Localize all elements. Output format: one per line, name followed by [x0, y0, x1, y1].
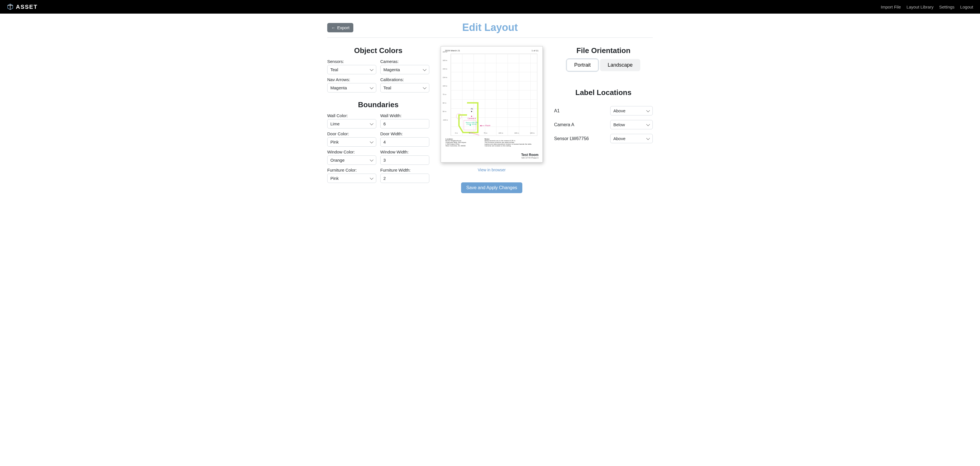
brand-text: ASSET	[16, 4, 38, 10]
calibrations-select[interactable]: Teal	[380, 83, 429, 92]
wall-width-label: Wall Width:	[380, 113, 429, 118]
label-sensor-select[interactable]: Above	[610, 134, 653, 143]
calibrations-label: Calibrations:	[380, 77, 429, 82]
nav-logout[interactable]: Logout	[960, 5, 973, 10]
layout-preview: 2024 March 21 1 of 11 200 in 183 in 150 …	[441, 46, 543, 162]
brand: ASSET	[7, 3, 38, 10]
svg-point-5	[471, 116, 472, 117]
wall-color-select[interactable]: Lime	[327, 119, 376, 129]
page-header: ← Export Edit Layout	[327, 22, 653, 38]
top-navbar: ASSET Import File Layout Library Setting…	[0, 0, 980, 14]
nav-arrows-label: Nav Arrows:	[327, 77, 376, 82]
label-row-sensor: Sensor LW67756 Above	[554, 134, 653, 143]
furniture-width-input[interactable]	[380, 173, 429, 183]
label-sensor-name: Sensor LW67756	[554, 136, 589, 141]
svg-text:A1: A1	[471, 108, 473, 110]
preview-location-text: Broad Neighborhood Greenway Bldg. Still …	[445, 140, 479, 146]
preview-page: 1 of 11	[532, 49, 538, 52]
wall-color-label: Wall Color:	[327, 113, 376, 118]
preview-room-sub: NIH STTR Phase II	[521, 157, 538, 159]
label-a1-select[interactable]: Above	[610, 106, 653, 115]
view-in-browser-link[interactable]: View in browser	[478, 168, 506, 172]
window-color-label: Window Color:	[327, 150, 376, 154]
nav-settings[interactable]: Settings	[939, 5, 955, 10]
svg-point-4	[471, 111, 472, 112]
wall-width-input[interactable]	[380, 119, 429, 129]
svg-marker-11	[480, 125, 482, 127]
label-row-camera-a: Camera A Below	[554, 120, 653, 129]
window-width-input[interactable]	[380, 156, 429, 165]
svg-text:Camera A: Camera A	[468, 118, 476, 119]
door-color-select[interactable]: Pink	[327, 137, 376, 146]
furniture-width-label: Furniture Width:	[380, 168, 429, 172]
label-a1-name: A1	[554, 108, 560, 113]
object-colors-title: Object Colors	[327, 46, 429, 55]
cameras-label: Cameras:	[380, 59, 429, 64]
svg-text:Sensor LR67756: Sensor LR67756	[466, 122, 478, 123]
preview-grid: A1 Camera A Sensor LR67756 (72.00, 35.00…	[450, 54, 537, 136]
label-locations-title: Label Locations	[554, 88, 653, 97]
window-color-select[interactable]: Orange	[327, 156, 376, 165]
furniture-color-label: Furniture Color:	[327, 168, 376, 172]
preview-y-ticks: 200 in 183 in 150 in 134 in 100 in 75 in…	[443, 51, 448, 121]
preview-room-name: Test Room	[521, 153, 538, 157]
orientation-toggle-group: Portrait Landscape	[554, 59, 653, 71]
orientation-portrait-button[interactable]: Portrait	[566, 59, 598, 71]
nav-arrows-select[interactable]: Magenta	[327, 83, 376, 92]
svg-text:(72.00, 35.00): (72.00, 35.00)	[466, 123, 477, 125]
furniture-color-select[interactable]: Pink	[327, 173, 376, 183]
save-apply-button[interactable]: Save and Apply Changes	[461, 182, 522, 193]
door-color-label: Door Color:	[327, 131, 376, 136]
nav-layout-library[interactable]: Layout Library	[907, 5, 934, 10]
label-row-a1: A1 Above	[554, 106, 653, 115]
page-title: Edit Layout	[462, 22, 518, 33]
svg-text:Room: Room	[485, 124, 490, 127]
arrow-left-icon: ←	[331, 25, 336, 30]
door-width-input[interactable]	[380, 137, 429, 146]
nav-links: Import File Layout Library Settings Logo…	[881, 5, 973, 10]
brand-icon	[7, 3, 14, 10]
window-width-label: Window Width:	[380, 150, 429, 154]
label-camera-a-name: Camera A	[554, 122, 574, 127]
sensors-label: Sensors:	[327, 59, 376, 64]
boundaries-title: Boundaries	[327, 100, 429, 109]
nav-import-file[interactable]: Import File	[881, 5, 901, 10]
door-width-label: Door Width:	[380, 131, 429, 136]
orientation-landscape-button[interactable]: Landscape	[600, 59, 640, 71]
preview-x-ticks: 0 in 50 in 75 in 100 in 135 in 180 in	[449, 132, 540, 134]
preview-notes-text: Measurements are to the nearest 0.25 in.…	[485, 140, 538, 146]
sensors-select[interactable]: Teal	[327, 65, 376, 74]
export-button[interactable]: ← Export	[327, 23, 353, 32]
file-orientation-title: File Orientation	[554, 46, 653, 55]
label-camera-a-select[interactable]: Below	[610, 120, 653, 129]
export-button-label: Export	[337, 25, 349, 30]
cameras-select[interactable]: Magenta	[380, 65, 429, 74]
